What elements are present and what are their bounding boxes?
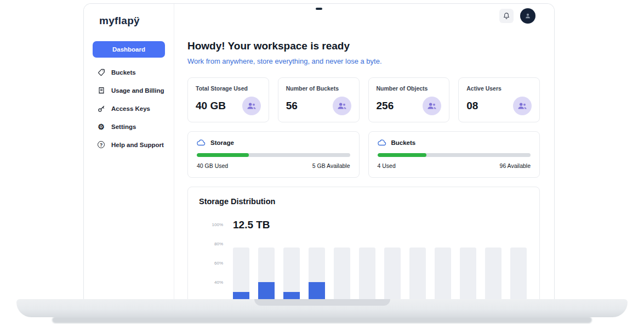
chart-bar [233,248,249,299]
stat-card-total-storage: Total Storage Used 40 GB [187,77,269,122]
brand-logo-bold: my [99,15,115,26]
storage-distribution-card: Storage Distribution 12.5 TB 100% 80% 60… [187,187,540,299]
laptop-camera-dot [316,8,322,10]
stat-label: Number of Buckets [286,85,351,92]
storage-distribution-chart: 12.5 TB 100% 80% 60% 40% [199,211,528,299]
users-icon [513,97,532,115]
storage-usage-card: Storage 40 GB Used 5 GB Available [187,131,360,178]
chart-bar [309,248,325,299]
sidebar-item-settings[interactable]: ⚙ Settings [84,117,174,136]
buckets-usage-card: Buckets 4 Used 96 Available [368,131,540,178]
notifications-button[interactable] [499,9,514,23]
sidebar-item-dashboard[interactable]: Dashboard [93,41,165,58]
usage-title: Buckets [391,139,416,146]
brand-logo-rest: flapÿ [115,15,140,26]
chart-total-label: 12.5 TB [233,219,270,231]
y-axis-tick: 60% [199,261,223,266]
stat-value: 56 [286,100,298,112]
topbar [174,4,554,28]
main-area: Howdy! Your workspace is ready Work from… [174,4,554,299]
users-icon [333,97,351,115]
page-title: Howdy! Your workspace is ready [187,40,540,52]
chart-bar-fill [258,282,275,299]
stat-value: 256 [377,100,394,112]
chart-bar [334,248,350,299]
bell-icon [503,12,510,20]
usage-available-text: 5 GB Available [312,162,350,169]
chart-title: Storage Distribution [199,197,528,206]
chart-bar [460,248,476,299]
sidebar-item-label: Help and Support [111,142,164,148]
chart-bar [283,248,300,299]
usage-used-text: 40 GB Used [197,162,228,169]
chart-bar [485,248,501,299]
stat-card-active-users: Active Users 08 [458,77,540,122]
tag-icon [97,68,105,76]
y-axis-tick: 100% [199,222,223,227]
laptop-floor-shadow [52,317,592,323]
buckets-progress-bar [378,153,531,157]
sidebar-item-label: Access Keys [111,105,150,112]
stat-card-buckets: Number of Buckets 56 [278,77,360,122]
stats-row: Total Storage Used 40 GB [187,77,540,122]
users-icon [423,97,441,115]
laptop-notch [254,299,390,306]
cloud-icon [197,139,206,146]
avatar[interactable] [520,8,535,24]
receipt-icon [97,86,105,94]
chart-bar [258,248,275,299]
chart-bar-fill [283,292,300,300]
stat-label: Number of Objects [377,85,442,92]
chart-bar [435,248,451,299]
usage-title: Storage [210,139,234,146]
key-icon [97,104,105,113]
help-icon: ? [97,140,105,149]
storage-progress-fill [197,153,249,157]
chart-bar-fill [309,282,325,299]
sidebar-item-label: Settings [111,123,136,130]
sidebar-item-help-support[interactable]: ? Help and Support [84,136,174,154]
stat-label: Active Users [466,85,532,92]
user-icon [524,12,532,20]
sidebar-item-access-keys[interactable]: Access Keys [84,99,174,117]
usage-row: Storage 40 GB Used 5 GB Available [187,131,540,178]
stat-value: 08 [466,100,478,112]
stat-label: Total Storage Used [196,85,261,92]
sidebar-nav: Dashboard Buckets [84,41,174,154]
dashboard-content: Howdy! Your workspace is ready Work from… [174,28,554,299]
app-window: myflapÿ Dashboard Buckets [83,3,555,299]
sidebar-item-buckets[interactable]: Buckets [84,63,174,81]
usage-available-text: 96 Available [500,162,531,169]
usage-used-text: 4 Used [378,162,396,169]
y-axis-tick: 40% [199,280,223,285]
cloud-icon [378,139,387,146]
sidebar-item-label: Buckets [111,69,136,76]
stat-card-objects: Number of Objects 256 [368,77,450,122]
chart-bar [409,248,426,299]
chart-bar [384,248,401,299]
chart-bar-fill [233,292,249,300]
sidebar-item-label: Usage and Billing [111,87,164,94]
brand-logo: myflapÿ [84,15,174,27]
y-axis-tick: 80% [199,241,223,246]
users-icon [242,97,261,115]
sidebar: myflapÿ Dashboard Buckets [84,4,174,299]
stat-value: 40 GB [196,100,226,112]
sidebar-item-usage-billing[interactable]: Usage and Billing [84,81,174,99]
storage-progress-bar [197,153,350,157]
chart-bar [510,248,527,299]
gear-icon: ⚙ [97,122,105,131]
page-subtitle: Work from anywhere, store everything, an… [187,57,540,65]
chart-bar [359,248,375,299]
buckets-progress-fill [378,153,426,157]
chart-bars [233,248,527,299]
